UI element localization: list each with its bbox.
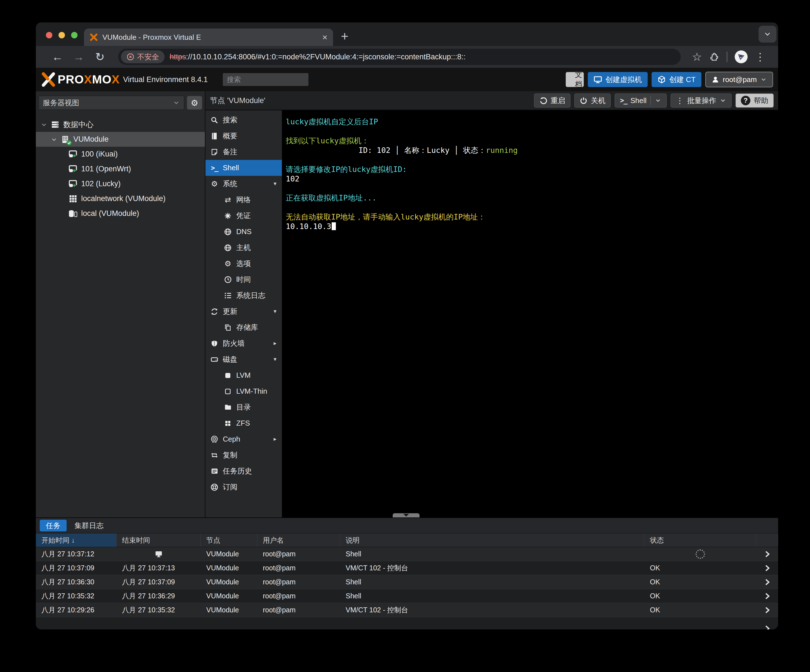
menu-item-task-history[interactable]: 任务历史 [206,463,282,479]
sidebar-settings-button[interactable]: ⚙ [187,96,202,110]
tree-item-localnetwork[interactable]: localnetwork (VUModule) [36,191,205,206]
extensions-icon[interactable] [709,52,719,62]
tree-item-label: localnetwork (VUModule) [81,194,166,203]
browser-window: VUModule - Proxmox Virtual E × + ← → ↻ 不… [36,22,778,630]
minimize-window-button[interactable] [59,32,65,38]
view-selector[interactable]: 服务器视图 [39,96,184,110]
back-button[interactable]: ← [48,51,67,63]
forward-button[interactable]: → [69,51,88,63]
menu-item-search[interactable]: 搜索 [206,112,282,128]
tree-item-vm-100[interactable]: 100 (iKuai) [36,147,205,162]
collapse-chevron-icon[interactable] [51,136,57,142]
task-row[interactable]: 八月 27 10:29:26 八月 27 10:35:32 VUModule r… [36,603,778,617]
collapse-chevron-icon[interactable] [41,122,47,128]
user-menu-button[interactable]: root@pam [705,72,773,87]
menu-item-shell[interactable]: >_ Shell [206,160,282,176]
tree-item-local-storage[interactable]: local (VUModule) [36,206,205,221]
tree-item-node-vumodule[interactable]: VUModule [36,132,205,147]
task-row[interactable]: 八月 27 10:36:30 八月 27 10:37:09 VUModule r… [36,575,778,589]
chevron-right-icon[interactable] [763,606,771,614]
menu-item-zfs[interactable]: ZFS [206,415,282,431]
menu-item-options[interactable]: ⚙ 选项 [206,256,282,272]
gears-icon: ⚙ [210,179,219,188]
menu-item-syslog[interactable]: 系统日志 [206,287,282,304]
menu-item-updates[interactable]: 更新 ▼ [206,304,282,319]
task-row-partial[interactable] [36,617,778,630]
chevron-right-icon[interactable] [763,592,771,600]
button-divider [650,96,651,105]
terminal-blank-line [286,155,778,165]
tree-item-datacenter[interactable]: 数据中心 [36,117,205,132]
tab-tasks[interactable]: 任务 [40,520,67,532]
menu-item-system[interactable]: ⚙ 系统 ▼ [206,176,282,192]
menu-item-ceph[interactable]: Ceph ► [206,431,282,447]
tab-cluster-log[interactable]: 集群日志 [74,521,103,530]
menu-item-lvm-thin[interactable]: LVM-Thin [206,383,282,399]
bookmark-star-icon[interactable]: ☆ [692,51,702,63]
profile-avatar[interactable] [735,51,748,63]
globe-icon [223,244,232,252]
menu-item-summary[interactable]: 概要 [206,128,282,144]
create-ct-label: 创建 CT [669,75,695,84]
shell-split-button[interactable]: >_ Shell [615,93,667,108]
terminal-line: 找到以下lucky虚拟机： [286,136,778,145]
column-header-start-time[interactable]: 开始时间 ↓ [36,534,116,547]
pve-logo: PROXMOX Virtual Environment 8.4.1 [41,72,208,87]
node-icon [61,135,70,144]
documentation-button[interactable]: 文档 [566,72,584,87]
tab-strip: VUModule - Proxmox Virtual E × + [36,22,778,46]
column-header-status[interactable]: 状态 [644,534,756,547]
task-row[interactable]: 八月 27 10:35:32 八月 27 10:36:29 VUModule r… [36,589,778,603]
chevron-right-icon[interactable] [763,550,771,558]
menu-item-dns[interactable]: DNS [206,224,282,240]
task-row[interactable]: 八月 27 10:37:09 八月 27 10:37:13 VUModule r… [36,561,778,575]
menu-item-notes[interactable]: 备注 [206,144,282,160]
menu-item-subscription[interactable]: 订阅 [206,479,282,495]
security-chip[interactable]: 不安全 [121,51,165,63]
close-window-button[interactable] [46,32,52,38]
tree-item-vm-102[interactable]: 102 (Lucky) [36,176,205,191]
url-text: https://10.10.10.254:8006/#v1:0:=node%2F… [170,52,466,61]
browser-tab[interactable]: VUModule - Proxmox Virtual E × [84,29,333,46]
zoom-window-button[interactable] [71,32,78,38]
chevron-right-icon[interactable] [763,564,771,572]
new-tab-button[interactable]: + [341,29,348,44]
menu-item-disks[interactable]: 磁盘 ▼ [206,351,282,367]
help-button[interactable]: ? 帮助 [736,93,774,108]
column-header-description[interactable]: 说明 [340,534,644,547]
vnc-toolbar-handle[interactable] [393,513,420,517]
tab-close-icon[interactable]: × [322,33,327,42]
tree-item-vm-101[interactable]: 101 (OpenWrt) [36,162,205,176]
menu-item-network[interactable]: ⇄ 网络 [206,192,282,208]
menu-item-directory[interactable]: 目录 [206,399,282,415]
tab-search-button[interactable] [758,26,776,42]
menu-item-hosts[interactable]: 主机 [206,240,282,256]
chevron-down-icon [764,30,771,38]
task-row[interactable]: 八月 27 10:37:12 VUModule root@pam Shell [36,547,778,561]
shell-terminal[interactable]: lucky虚拟机自定义后台IP 找到以下lucky虚拟机： ID: 102 │ … [282,110,778,517]
chevron-down-icon[interactable] [655,97,662,104]
ceph-icon [210,436,219,443]
menu-item-lvm[interactable]: LVM [206,367,282,383]
bulk-actions-label: 批量操作 [687,96,716,106]
chevron-right-icon[interactable] [763,578,771,586]
reload-button[interactable]: ↻ [91,51,109,63]
restart-button[interactable]: 重启 [534,93,570,108]
bulk-actions-button[interactable]: ⋮ 批量操作 [671,93,732,108]
create-vm-button[interactable]: 创建虚拟机 [588,72,648,87]
shutdown-button[interactable]: 关机 [574,93,611,108]
global-search-input[interactable] [223,73,309,86]
browser-menu-icon[interactable]: ⋮ [755,52,766,61]
menu-item-replication[interactable]: 复制 [206,447,282,463]
column-header-user[interactable]: 用户名 [257,534,340,547]
terminal-line: 请选择要修改IP的lucky虚拟机ID: [286,165,778,174]
create-ct-button[interactable]: 创建 CT [651,72,701,87]
column-header-node[interactable]: 节点 [201,534,257,547]
book-icon [210,132,219,140]
menu-item-repositories[interactable]: 存储库 [206,319,282,336]
menu-item-firewall[interactable]: 防火墙 ► [206,336,282,351]
menu-item-certificates[interactable]: 凭证 [206,208,282,224]
menu-item-time[interactable]: 时间 [206,272,282,287]
column-header-end-time[interactable]: 结束时间 [116,534,201,547]
address-bar[interactable]: 不安全 https://10.10.10.254:8006/#v1:0:=nod… [118,49,681,65]
